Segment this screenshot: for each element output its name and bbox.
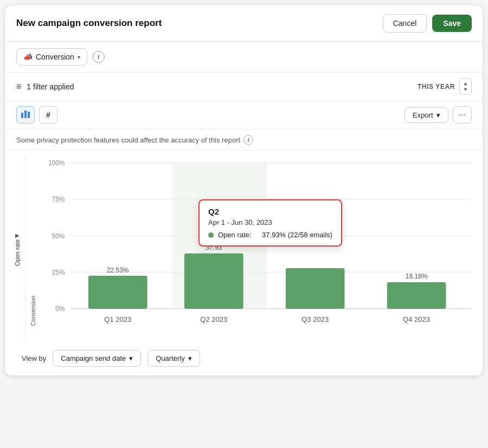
megaphone-icon: 📣 xyxy=(23,53,33,61)
chevron-up-icon: ▲ xyxy=(463,81,468,86)
hash-icon: # xyxy=(46,111,50,119)
svg-text:18.18%: 18.18% xyxy=(406,272,428,280)
chevron-down-icon: ▾ xyxy=(78,54,80,60)
tooltip-date: Apr 1 - Jun 30, 2023 xyxy=(208,218,332,226)
bar-chart-svg: 100% 75% 50% 25% 0% xyxy=(41,156,477,340)
tooltip-open-rate-row: Open rate: 37.93% (22/58 emails) xyxy=(208,231,332,239)
time-period-label: THIS YEAR xyxy=(418,83,455,90)
view-icons: # xyxy=(16,106,57,124)
quarterly-label: Quarterly xyxy=(156,354,184,362)
bar-q4[interactable] xyxy=(387,282,446,309)
y-axis-conversion-label: Conversion xyxy=(30,296,36,326)
conversion-label: Conversion xyxy=(36,53,74,61)
svg-text:22.53%: 22.53% xyxy=(107,267,129,274)
svg-text:Q1 2023: Q1 2023 xyxy=(104,315,131,323)
export-chevron-icon: ▾ xyxy=(436,111,440,119)
view-bar: # Export ▾ ··· xyxy=(5,101,483,129)
filter-left: ≡ 1 filter applied xyxy=(16,82,74,92)
bar-chart-icon xyxy=(21,109,30,120)
quarterly-dropdown[interactable]: Quarterly ▾ xyxy=(147,350,200,367)
save-button[interactable]: Save xyxy=(432,15,472,32)
main-card: New campaign conversion report Cancel Sa… xyxy=(5,5,483,375)
time-period-dropdown[interactable]: ▲ ▼ xyxy=(459,78,472,95)
svg-text:25%: 25% xyxy=(52,269,65,276)
header: New campaign conversion report Cancel Sa… xyxy=(5,5,483,42)
filter-icon: ≡ xyxy=(16,82,21,92)
toolbar: 📣 Conversion ▾ i xyxy=(5,42,483,73)
svg-rect-1 xyxy=(24,111,27,118)
chart-bottom: View by Campaign send date ▾ Quarterly ▾ xyxy=(11,342,477,375)
campaign-date-chevron-icon: ▾ xyxy=(129,354,133,362)
open-rate-label: Open rate xyxy=(14,239,21,266)
filter-right: THIS YEAR ▲ ▼ xyxy=(418,78,472,95)
svg-text:Q2 2023: Q2 2023 xyxy=(200,315,227,323)
chart-inner: 100% 75% 50% 25% 0% xyxy=(41,156,477,342)
open-rate-toggle[interactable]: ▶ Open rate xyxy=(11,156,26,342)
view-by-label: View by xyxy=(22,354,46,362)
svg-text:0%: 0% xyxy=(55,305,65,313)
more-icon: ··· xyxy=(459,110,466,120)
page-title: New campaign conversion report xyxy=(16,18,162,29)
svg-text:100%: 100% xyxy=(48,159,65,167)
tooltip-open-rate-label: Open rate: xyxy=(218,231,251,239)
svg-text:Q4 2023: Q4 2023 xyxy=(403,315,430,323)
table-view-button[interactable]: # xyxy=(39,106,57,124)
tooltip-dot xyxy=(208,232,214,238)
privacy-notice: Some privacy protection features could a… xyxy=(5,129,483,151)
tooltip-open-rate-value: 37.93% (22/58 emails) xyxy=(262,231,332,239)
quarterly-chevron-icon: ▾ xyxy=(188,354,192,362)
cancel-button[interactable]: Cancel xyxy=(383,14,427,33)
conversion-dropdown[interactable]: 📣 Conversion ▾ xyxy=(16,48,87,66)
filter-text: 1 filter applied xyxy=(27,82,74,91)
campaign-date-label: Campaign send date xyxy=(61,354,126,362)
svg-text:50%: 50% xyxy=(52,232,65,240)
chart-tooltip: Q2 Apr 1 - Jun 30, 2023 Open rate: 37.93… xyxy=(198,199,342,246)
view-actions: Export ▾ ··· xyxy=(404,106,472,124)
bar-q3[interactable] xyxy=(286,268,345,309)
bar-chart-view-button[interactable] xyxy=(16,106,35,124)
export-label: Export xyxy=(413,111,433,119)
svg-text:Q3 2023: Q3 2023 xyxy=(301,315,329,323)
bar-q2[interactable] xyxy=(184,254,243,309)
privacy-info-icon[interactable]: i xyxy=(243,135,253,145)
campaign-date-dropdown[interactable]: Campaign send date ▾ xyxy=(53,350,141,367)
svg-text:75%: 75% xyxy=(52,196,65,203)
filter-bar: ≡ 1 filter applied THIS YEAR ▲ ▼ xyxy=(5,73,483,101)
info-label: i xyxy=(98,54,99,60)
expand-arrow-icon[interactable]: ▶ xyxy=(15,232,20,238)
svg-rect-2 xyxy=(28,112,30,118)
chevron-down-icon2: ▼ xyxy=(463,87,468,92)
privacy-text: Some privacy protection features could a… xyxy=(16,136,240,144)
chart-area: ▶ Open rate Conversion 100% 75% xyxy=(5,151,483,375)
chart-container: ▶ Open rate Conversion 100% 75% xyxy=(11,156,477,342)
info-icon[interactable]: i xyxy=(93,51,105,63)
more-options-button[interactable]: ··· xyxy=(453,106,472,124)
tooltip-quarter: Q2 xyxy=(208,207,332,216)
bar-q1[interactable] xyxy=(88,276,147,309)
header-actions: Cancel Save xyxy=(383,14,472,33)
export-button[interactable]: Export ▾ xyxy=(404,107,448,123)
svg-rect-0 xyxy=(21,113,23,118)
